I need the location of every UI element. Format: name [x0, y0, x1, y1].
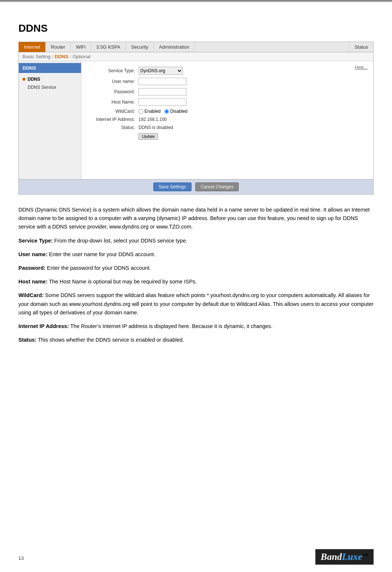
- cancel-changes-button[interactable]: Cancel Changes: [195, 182, 239, 191]
- desc-status-desc: This shows whether the DDNS service is e…: [36, 337, 184, 343]
- subnav-sep2: /: [70, 54, 71, 59]
- sidebar: DDNS DDNS DDNS Service: [19, 61, 81, 179]
- internet-ip-value: 192.168.1.100: [139, 117, 167, 122]
- description-block: DDNS (Dynamic DNS Service) is a system w…: [18, 206, 374, 344]
- logo-luxe: Luxe: [342, 551, 362, 562]
- host-name-input[interactable]: [139, 98, 186, 106]
- sidebar-item-label-ddns: DDNS: [28, 77, 40, 82]
- desc-status: Status: This shows whether the DDNS serv…: [18, 336, 374, 344]
- password-label: Password:: [87, 89, 139, 94]
- desc-user-name-desc: Enter the user name for your DDNS accoun…: [48, 251, 155, 257]
- status-row: Status: DDNS is disabled: [87, 125, 368, 130]
- wildcard-enabled-option[interactable]: Enabled: [139, 109, 161, 114]
- wildcard-enabled-label: Enabled: [144, 109, 161, 114]
- user-name-input[interactable]: [139, 78, 186, 85]
- top-line: [0, 1, 392, 2]
- wildcard-enabled-radio[interactable]: [139, 109, 143, 114]
- user-name-row: User name:: [87, 78, 368, 85]
- wildcard-row: WildCard: Enabled Disabled: [87, 109, 368, 114]
- desc-internet-ip-term: Internet IP Address:: [18, 323, 69, 329]
- tab-administration[interactable]: Administration: [154, 42, 195, 52]
- panel-footer: Save Settings Cancel Changes: [19, 179, 373, 194]
- update-row: Update: [87, 133, 368, 140]
- nav-tabs: Internet Router WiFi 3.5G KSPA Security …: [19, 42, 373, 52]
- desc-intro: DDNS (Dynamic DNS Service) is a system w…: [18, 206, 374, 231]
- desc-service-type: Service Type: From the drop-down list, s…: [18, 237, 374, 245]
- wildcard-label: WildCard:: [87, 109, 139, 114]
- desc-host-name-desc: The Host Name is optional but may be req…: [48, 279, 197, 285]
- status-label: Status:: [87, 125, 139, 130]
- desc-wildcard-desc: Some DDNS servers support the wildcard a…: [18, 292, 374, 315]
- password-input[interactable]: [139, 88, 186, 95]
- form-table: Service Type: DynDNS.org User name: Pass…: [87, 67, 368, 140]
- logo-tm: TM: [363, 553, 368, 557]
- service-type-row: Service Type: DynDNS.org: [87, 67, 368, 75]
- wildcard-disabled-label: Disabled: [170, 109, 188, 114]
- tab-status[interactable]: Status: [349, 42, 373, 52]
- tab-internet[interactable]: Internet: [19, 42, 46, 52]
- subnav-ddns[interactable]: DDNS: [55, 54, 69, 59]
- logo-band: Band: [321, 551, 342, 562]
- tab-3g[interactable]: 3.5G KSPA: [91, 42, 126, 52]
- password-row: Password:: [87, 88, 368, 95]
- sidebar-item-ddns[interactable]: DDNS: [19, 75, 81, 84]
- sidebar-header: DDNS: [19, 63, 81, 73]
- host-name-label: Host Name:: [87, 100, 139, 105]
- main-content: Help... Service Type: DynDNS.org User na…: [81, 61, 373, 179]
- subnav-basic[interactable]: Basic Setting: [22, 54, 50, 59]
- logo-area: BandLuxeTM: [315, 549, 374, 565]
- page-title: DDNS: [18, 22, 374, 34]
- page-number: 13: [18, 555, 24, 561]
- desc-user-name-term: User name:: [18, 251, 48, 257]
- subnav-sep1: /: [52, 54, 53, 59]
- service-type-label: Service Type:: [87, 68, 139, 73]
- logo-bg: BandLuxeTM: [315, 549, 374, 565]
- update-button[interactable]: Update: [139, 133, 158, 140]
- desc-service-type-term: Service Type:: [18, 238, 53, 244]
- tab-router[interactable]: Router: [46, 42, 71, 52]
- sidebar-dot: [22, 78, 25, 81]
- wildcard-disabled-option[interactable]: Disabled: [164, 109, 188, 114]
- tab-security[interactable]: Security: [126, 42, 154, 52]
- save-settings-button[interactable]: Save Settings: [153, 182, 192, 191]
- help-link[interactable]: Help...: [355, 65, 368, 70]
- host-name-row: Host Name:: [87, 98, 368, 106]
- desc-internet-ip: Internet IP Address: The Router’s Intern…: [18, 322, 374, 331]
- desc-host-name-term: Host name:: [18, 279, 48, 285]
- desc-password: Password: Enter the password for your DD…: [18, 264, 374, 272]
- desc-password-term: Password:: [18, 265, 45, 271]
- sub-nav: Basic Setting / DDNS / Optional: [19, 52, 373, 61]
- wildcard-disabled-radio[interactable]: [164, 109, 169, 114]
- panel-body: DDNS DDNS DDNS Service Help... Service T…: [19, 61, 373, 179]
- logo-text: BandLuxeTM: [321, 551, 368, 562]
- service-type-select[interactable]: DynDNS.org: [139, 67, 183, 75]
- desc-wildcard-term: WildCard:: [18, 292, 43, 298]
- tab-wifi[interactable]: WiFi: [71, 42, 91, 52]
- desc-internet-ip-desc: The Router’s Internet IP address is disp…: [69, 323, 273, 329]
- desc-service-type-desc: From the drop-down list, select your DDN…: [53, 238, 187, 244]
- wildcard-radio-group: Enabled Disabled: [139, 109, 188, 114]
- desc-wildcard: WildCard: Some DDNS servers support the …: [18, 291, 374, 317]
- status-value: DDNS is disabled: [139, 125, 173, 130]
- sidebar-item-ddns-service[interactable]: DDNS Service: [19, 84, 81, 91]
- internet-ip-row: Internet IP Address: 192.168.1.100: [87, 117, 368, 122]
- user-name-label: User name:: [87, 79, 139, 84]
- desc-status-term: Status:: [18, 337, 36, 343]
- desc-password-desc: Enter the password for your DDNS account…: [45, 265, 151, 271]
- desc-user-name: User name: Enter the user name for your …: [18, 250, 374, 259]
- subnav-optional[interactable]: Optional: [73, 54, 90, 59]
- internet-ip-label: Internet IP Address:: [87, 117, 139, 122]
- router-panel: Internet Router WiFi 3.5G KSPA Security …: [18, 42, 374, 195]
- desc-host-name: Host name: The Host Name is optional but…: [18, 278, 374, 286]
